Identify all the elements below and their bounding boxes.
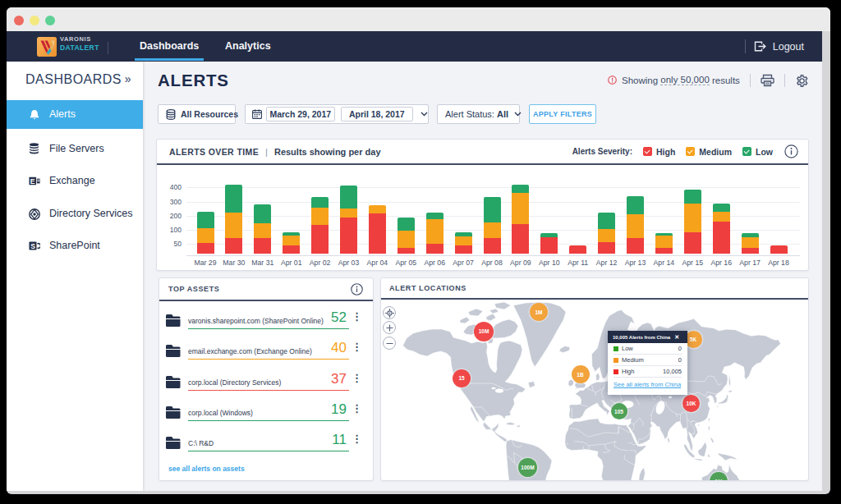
- svg-text:E: E: [30, 176, 35, 185]
- svg-text:S: S: [30, 241, 35, 250]
